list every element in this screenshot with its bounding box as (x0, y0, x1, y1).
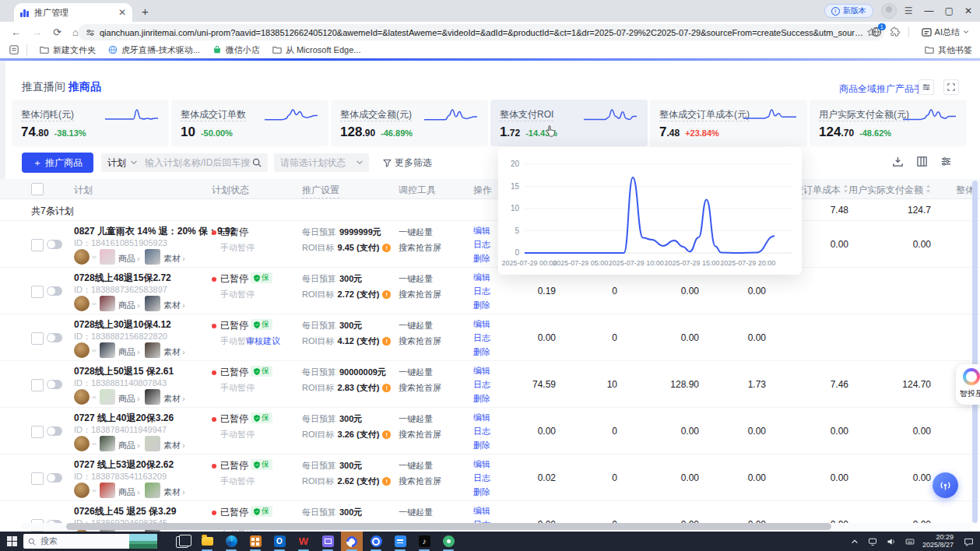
row-action-0[interactable]: 编辑 (473, 272, 490, 283)
plan-search-input[interactable] (143, 156, 252, 169)
taskbar-app-douyin[interactable]: ♪ (413, 532, 435, 551)
tool-boost-link[interactable]: 一键起量 (399, 226, 433, 238)
task-view-icon[interactable] (176, 536, 188, 548)
window-maximize-button[interactable]: ▢ (945, 5, 954, 16)
tab-products[interactable]: 推商品 (68, 80, 101, 94)
chevron-up-icon[interactable] (851, 538, 859, 546)
metric-card[interactable]: 整体成交订单成本(元)7.48+23.84% (650, 100, 807, 146)
taskbar-app-edge-browser[interactable] (220, 532, 242, 551)
material-thumbnail[interactable] (145, 483, 160, 498)
row-enable-toggle[interactable] (47, 286, 62, 296)
product-link[interactable]: 商品› (118, 253, 140, 265)
row-action-2[interactable]: 删除 (473, 393, 490, 405)
col-status[interactable]: 计划状态 (212, 184, 249, 197)
extensions-puzzle-icon[interactable] (890, 26, 901, 37)
product-thumbnail[interactable] (100, 296, 115, 311)
material-link[interactable]: 素材› (163, 440, 185, 451)
material-link[interactable]: 素材› (163, 300, 185, 311)
tool-search-link[interactable]: 搜索抢首屏 (399, 476, 441, 487)
row-enable-toggle[interactable] (47, 333, 62, 342)
taskbar-app-browser-blue[interactable] (365, 532, 387, 551)
warning-icon[interactable]: ! (382, 290, 391, 299)
product-link[interactable]: 商品› (118, 440, 140, 451)
row-action-0[interactable]: 编辑 (473, 412, 490, 423)
product-thumbnail[interactable] (100, 483, 115, 498)
weather-widget-image[interactable] (129, 534, 157, 549)
row-enable-toggle[interactable] (47, 426, 62, 436)
taskbar-app-app-store-orange[interactable] (244, 532, 266, 551)
product-thumbnail[interactable] (100, 342, 115, 358)
col-tools[interactable]: 调控工具 (399, 184, 436, 197)
row-action-0[interactable]: 编辑 (473, 365, 490, 377)
bookmark-item[interactable]: 新建文件夹 (40, 44, 96, 56)
metric-card[interactable]: 整体支付ROI1.72-14.43% (490, 100, 648, 146)
url-bar[interactable]: qianchuan.jinritemai.com/uni-prom?aavid=… (78, 24, 884, 40)
row-action-2[interactable]: 删除 (473, 300, 490, 311)
material-link[interactable]: 素材› (163, 486, 185, 498)
row-checkbox[interactable] (31, 426, 44, 438)
profile-menu-icon[interactable]: ☰ (904, 5, 914, 16)
col-ops[interactable]: 操作 (473, 184, 492, 197)
material-link[interactable]: 素材› (163, 253, 185, 265)
row-action-0[interactable]: 编辑 (473, 318, 490, 330)
taskbar-clock[interactable]: 20:29 2025/8/27 (922, 533, 954, 549)
search-icon[interactable] (252, 158, 262, 167)
browser-tab[interactable]: 推广管理 ✕ (14, 3, 132, 22)
extension-icon[interactable]: 1 (871, 26, 882, 37)
tab-live-room[interactable]: 推直播间 (22, 80, 65, 94)
tab-close-icon[interactable]: ✕ (118, 7, 126, 18)
col-settings[interactable]: 推广设置 (302, 184, 339, 198)
row-action-2[interactable]: 删除 (473, 486, 490, 498)
display-icon[interactable] (868, 537, 877, 546)
bookmark-item[interactable]: 虎牙直播-技术驱动... (108, 44, 200, 56)
taskbar-search[interactable]: 搜索 (23, 534, 157, 549)
col-metric-5[interactable]: 用户实际支付金额 (830, 184, 931, 197)
tool-boost-link[interactable]: 一键起量 (399, 507, 433, 518)
row-action-0[interactable]: 编辑 (473, 505, 490, 517)
tool-boost-link[interactable]: 一键起量 (399, 413, 433, 425)
product-thumbnail[interactable] (100, 389, 115, 405)
back-icon[interactable]: ← (11, 26, 21, 38)
warning-icon[interactable]: ! (382, 430, 391, 439)
tool-search-link[interactable]: 搜索抢首屏 (399, 289, 441, 300)
help-button[interactable] (933, 472, 958, 498)
keyboard-icon[interactable] (905, 537, 915, 546)
material-thumbnail[interactable] (145, 296, 160, 311)
material-link[interactable]: 素材› (163, 346, 185, 358)
forward-icon[interactable]: → (32, 26, 42, 38)
tool-search-link[interactable]: 搜索抢首屏 (399, 429, 441, 440)
ai-summary-button[interactable]: AI总结 (917, 25, 974, 40)
window-minimize-button[interactable]: — (925, 5, 934, 16)
taskbar-app-wps-office[interactable]: W (293, 532, 314, 551)
export-data-icon[interactable] (892, 156, 904, 167)
product-link[interactable]: 商品› (118, 346, 140, 358)
product-link[interactable]: 商品› (118, 300, 140, 311)
status-filter-select[interactable]: 请筛选计划状态 (274, 153, 369, 172)
tool-search-link[interactable]: 搜索抢首屏 (399, 242, 441, 254)
row-checkbox[interactable] (31, 286, 44, 298)
row-checkbox[interactable] (31, 239, 44, 251)
metric-card[interactable]: 整体成交订单数10-50.00% (171, 100, 328, 146)
taskbar-app-remote-app-purple[interactable] (317, 532, 339, 551)
layout-config-icon[interactable] (919, 79, 934, 95)
metric-card[interactable]: 整体消耗(元)74.80-38.13% (12, 100, 169, 146)
notification-center-icon[interactable] (964, 536, 974, 550)
taskbar-app-qianchuan-app[interactable] (341, 532, 363, 551)
row-enable-toggle[interactable] (47, 473, 62, 483)
select-all-checkbox[interactable] (31, 183, 44, 195)
tool-search-link[interactable]: 搜索抢首屏 (399, 335, 441, 347)
create-promotion-button[interactable]: ＋推广商品 (22, 153, 93, 173)
plan-type-select[interactable]: 计划 (107, 156, 126, 170)
review-suggestion-link[interactable]: 审核建议 (246, 335, 280, 347)
row-enable-toggle[interactable] (47, 380, 62, 389)
site-settings-icon[interactable] (86, 28, 95, 37)
material-link[interactable]: 素材› (163, 393, 185, 405)
material-thumbnail[interactable] (145, 342, 160, 358)
assistant-widget[interactable]: 智投星 (956, 364, 980, 405)
row-action-1[interactable]: 日志 (473, 239, 490, 251)
tool-boost-link[interactable]: 一键起量 (399, 460, 433, 472)
warning-icon[interactable]: ! (382, 337, 391, 346)
row-action-2[interactable]: 删除 (473, 253, 490, 265)
new-tab-button[interactable]: + (142, 5, 149, 18)
tool-boost-link[interactable]: 一键起量 (399, 320, 433, 332)
